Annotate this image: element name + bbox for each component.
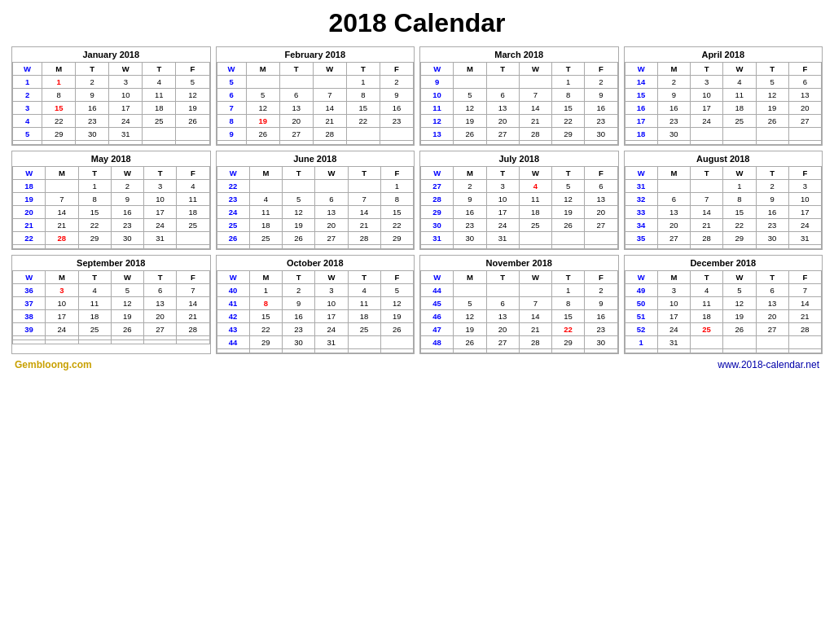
month-june: June 2018 WMTWTF 221 2345678 24111213141… xyxy=(216,151,415,250)
month-march: March 2018 WMTWTF 912 1056789 1112131415… xyxy=(419,46,619,146)
footer-right-url: www.2018-calendar.net xyxy=(718,359,819,370)
calendars-grid: January 2018 WMTWTF 112345 289101112 315… xyxy=(8,46,826,354)
month-august: August 2018 WMTWTF 31123 32678910 331314… xyxy=(624,151,823,250)
month-title-october: October 2018 xyxy=(217,256,415,270)
month-title-march: March 2018 xyxy=(420,47,618,62)
month-title-july: July 2018 xyxy=(420,151,618,166)
month-title-february: February 2018 xyxy=(217,47,415,62)
month-title-september: September 2018 xyxy=(12,256,210,270)
footer: Gembloong.com www.2018-calendar.net xyxy=(8,354,826,372)
month-title-may: May 2018 xyxy=(12,151,210,166)
month-january: January 2018 WMTWTF 112345 289101112 315… xyxy=(11,46,211,146)
month-december: December 2018 WMTWTF 4934567 50101112131… xyxy=(624,255,823,354)
month-september: September 2018 WMTWTF 3634567 3710111213… xyxy=(11,255,211,354)
month-title-april: April 2018 xyxy=(625,47,823,62)
month-february: February 2018 WMTWTF 512 656789 71213141… xyxy=(216,46,415,146)
month-title-november: November 2018 xyxy=(420,256,618,270)
month-october: October 2018 WMTWTF 4012345 4189101112 4… xyxy=(216,255,415,354)
page-title: 2018 Calendar xyxy=(8,8,826,38)
footer-left-brand: Gembloong.com xyxy=(15,359,92,370)
month-april: April 2018 WMTWTF 1423456 15910111213 16… xyxy=(624,46,823,146)
month-may: May 2018 WMTWTF 181234 197891011 2014151… xyxy=(11,151,211,250)
month-november: November 2018 WMTWTF 4412 4556789 461213… xyxy=(419,255,619,354)
month-july: July 2018 WMTWTF 2723456 28910111213 291… xyxy=(419,151,619,250)
month-title-january: January 2018 xyxy=(12,47,210,62)
month-title-august: August 2018 xyxy=(625,151,823,166)
month-title-december: December 2018 xyxy=(625,256,823,270)
month-title-june: June 2018 xyxy=(217,151,415,166)
